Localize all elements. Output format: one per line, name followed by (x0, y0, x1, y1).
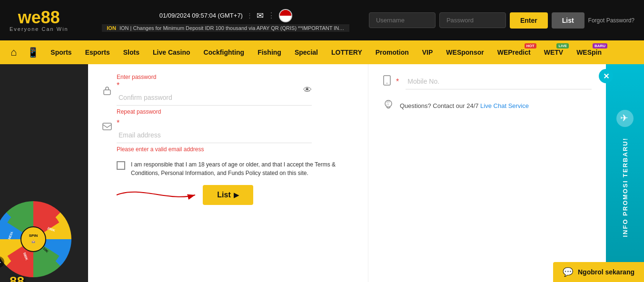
nav-live-casino[interactable]: Live Casino (146, 40, 197, 64)
svg-text:✈: ✈ (620, 113, 628, 123)
logo-text: we88 (18, 9, 60, 26)
svg-rect-10 (103, 123, 111, 130)
datetime-text: 01/09/2024 09:57:04 (GMT+7) (159, 12, 243, 19)
terms-checkbox[interactable] (117, 161, 125, 170)
phone-icon (383, 75, 391, 88)
email-input[interactable] (117, 127, 312, 143)
88-logo: 88 (10, 274, 24, 282)
list-header-button[interactable]: List (552, 12, 585, 29)
flag-indonesia (279, 9, 292, 22)
email-row: * (102, 119, 354, 143)
toggle-password-icon[interactable]: 👁 (303, 85, 312, 95)
promo-panel: ✕ ✈ INFO PROMOSI TERBARU! (606, 64, 644, 282)
confirm-password-input[interactable] (117, 90, 312, 106)
main-area: 200K 10K 580K Y03N SPIN 🎰 88 ▶ (0, 64, 644, 282)
required-star-email: * (117, 119, 119, 127)
hot-badge: HOT (525, 43, 536, 49)
chat-service-row: 24 /7 Questions? Contact our 24/7 Live C… (383, 99, 592, 113)
svg-point-6 (21, 227, 46, 252)
mobile-input[interactable] (406, 74, 592, 89)
email-error: Please enter a valid email address (117, 146, 354, 153)
svg-text:SPIN: SPIN (29, 233, 38, 238)
ticker-ion: ION (107, 25, 116, 31)
logo-we: we (18, 8, 41, 27)
enter-password-label: Enter password (117, 74, 354, 80)
mobile-icon: 📱 (27, 47, 39, 58)
logo: we88 Everyone Can Win (10, 9, 69, 32)
terms-text: I am responsible that I am 18 years of a… (131, 160, 354, 177)
mobile-row: * (383, 74, 592, 89)
nav-special[interactable]: Special (288, 40, 325, 64)
list-button-area: List ▶ (102, 185, 354, 205)
enter-button[interactable]: Enter (510, 12, 548, 29)
forgot-password-link[interactable]: Forgot Password? (588, 17, 634, 24)
chat-service-text: Questions? Contact our 24/7 Live Chat Se… (400, 102, 529, 109)
nav-lottery[interactable]: LOTTERY (325, 40, 369, 64)
spinner-circle: 200K 10K 580K Y03N SPIN 🎰 (0, 201, 71, 277)
header-right: Enter List Forgot Password? (369, 12, 634, 29)
arrow-right-icon: ▶ (234, 191, 239, 199)
separator: ⋮ (247, 12, 253, 19)
svg-rect-1 (280, 16, 291, 21)
arrow-graphic (112, 185, 207, 204)
svg-text:/7: /7 (386, 103, 389, 106)
bottom-chat-bar[interactable]: 💬 Ngobrol sekarang (553, 262, 644, 282)
email-section: * Please enter a valid email address (102, 119, 354, 153)
nav-wesponsor[interactable]: WESponsor (439, 40, 490, 64)
registration-form: Enter password * 👁 Repeat password (88, 64, 368, 282)
nav-promotion[interactable]: Promotion (369, 40, 416, 64)
nav-wetv[interactable]: WETV LIVE (537, 40, 570, 64)
nav-wespin[interactable]: WESpin BARU (570, 40, 608, 64)
header: we88 Everyone Can Win 01/09/2024 09:57:0… (0, 0, 644, 40)
header-center: 01/09/2024 09:57:04 (GMT+7) ⋮ ✉ ⋮ ION IO… (83, 9, 369, 32)
confirm-password-field: * 👁 (117, 81, 312, 106)
navbar: ⌂ 📱 Sports Esports Slots Live Casino Coc… (0, 40, 644, 64)
chat-support-icon: 24 /7 (383, 99, 394, 113)
nav-fishing[interactable]: Fishing (251, 40, 288, 64)
promo-close-button[interactable]: ✕ (599, 69, 613, 83)
nav-esports[interactable]: Esports (79, 40, 117, 64)
username-input[interactable] (369, 12, 436, 28)
svg-rect-9 (104, 90, 110, 95)
nav-vip[interactable]: VIP (416, 40, 440, 64)
logo-tagline: Everyone Can Win (10, 26, 69, 32)
email-field-wrap: * (117, 119, 312, 143)
password-input[interactable] (439, 12, 506, 28)
mobile-required: * (396, 78, 399, 86)
required-star: * (117, 81, 119, 89)
repeat-password-error: Repeat password (117, 108, 354, 115)
ngobrol-label: Ngobrol sekarang (578, 268, 634, 276)
terms-row: I am responsible that I am 18 years of a… (117, 160, 354, 177)
logo-88: 88 (41, 8, 60, 27)
nav-slots[interactable]: Slots (117, 40, 146, 64)
ticker-bar: ION ION | Changes for Minimum Deposit ID… (102, 24, 349, 32)
confirm-password-section: Enter password * 👁 Repeat password (102, 74, 354, 115)
lock-icon (102, 85, 117, 96)
ticker-text: ION | Changes for Minimum Deposit IDR 10… (119, 25, 349, 31)
promo-text: INFO PROMOSI TERBARU! (622, 137, 629, 237)
right-panel: * 24 /7 Questions? Contact our 24/7 Live… (368, 64, 606, 282)
datetime: 01/09/2024 09:57:04 (GMT+7) ⋮ ✉ ⋮ (159, 9, 292, 22)
list-button-label: List (217, 191, 230, 199)
left-sidebar: 200K 10K 580K Y03N SPIN 🎰 88 ▶ (0, 64, 88, 282)
spinner-widget: 200K 10K 580K Y03N SPIN 🎰 88 ▶ (0, 196, 86, 282)
nav-mobile-button[interactable]: 📱 (22, 40, 44, 64)
nav-cockfighting[interactable]: Cockfighting (197, 40, 251, 64)
menu-dots-icon[interactable]: ⋮ (268, 11, 275, 20)
chat-bubble-icon: 💬 (563, 267, 573, 277)
nav-wepredict[interactable]: WEPredict HOT (491, 40, 537, 64)
nav-sports[interactable]: Sports (44, 40, 78, 64)
telegram-icon: ✈ (615, 109, 634, 130)
live-chat-link[interactable]: Live Chat Service (480, 102, 529, 109)
nav-home-button[interactable]: ⌂ (5, 40, 22, 64)
envelope-icon (102, 123, 117, 130)
home-icon: ⌂ (10, 46, 17, 58)
confirm-password-row: * 👁 (102, 81, 354, 106)
list-submit-button[interactable]: List ▶ (203, 185, 253, 205)
baru-badge: BARU (593, 43, 607, 49)
spin-wheel-svg: 200K 10K 580K Y03N SPIN 🎰 (0, 201, 71, 277)
live-badge: LIVE (556, 43, 569, 49)
svg-text:🎰: 🎰 (31, 239, 36, 243)
mail-icon[interactable]: ✉ (257, 10, 264, 21)
svg-rect-0 (280, 10, 291, 16)
